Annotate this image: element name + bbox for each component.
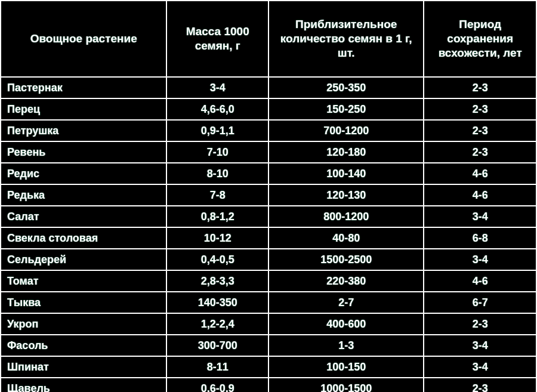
cell-plant: Редис (1, 163, 166, 184)
cell-plant: Томат (1, 270, 166, 292)
cell-plant: Салат (1, 206, 166, 227)
table-row: Ревень7-10120-1802-3 (1, 141, 536, 163)
cell-count: 2-7 (268, 292, 424, 313)
table-row: Тыква140-3502-76-7 (1, 292, 536, 313)
table-row: Пастернак3-4250-3502-3 (1, 77, 536, 98)
cell-years: 4-6 (424, 184, 536, 206)
cell-count: 400-600 (268, 313, 424, 335)
cell-years: 2-3 (424, 141, 536, 163)
cell-plant: Перец (1, 98, 166, 120)
cell-years: 3-4 (424, 335, 536, 356)
table-row: Шпинат8-11100-1503-4 (1, 356, 536, 378)
cell-years: 2-3 (424, 378, 536, 392)
table-header-row: Овощное растение Масса 1000 семян, г При… (1, 1, 536, 77)
table-row: Щавель0,6-0,91000-15002-3 (1, 378, 536, 392)
cell-plant: Укроп (1, 313, 166, 335)
cell-years: 2-3 (424, 313, 536, 335)
cell-plant: Ревень (1, 141, 166, 163)
cell-years: 3-4 (424, 206, 536, 227)
cell-mass: 0,8-1,2 (166, 206, 268, 227)
table-row: Фасоль300-7001-33-4 (1, 335, 536, 356)
cell-years: 3-4 (424, 249, 536, 270)
cell-years: 2-3 (424, 120, 536, 141)
cell-plant: Щавель (1, 378, 166, 392)
cell-mass: 7-10 (166, 141, 268, 163)
cell-count: 700-1200 (268, 120, 424, 141)
cell-count: 100-140 (268, 163, 424, 184)
cell-mass: 0,6-0,9 (166, 378, 268, 392)
cell-count: 250-350 (268, 77, 424, 98)
cell-mass: 140-350 (166, 292, 268, 313)
cell-plant: Шпинат (1, 356, 166, 378)
cell-count: 40-80 (268, 227, 424, 249)
cell-mass: 300-700 (166, 335, 268, 356)
table-row: Салат0,8-1,2800-12003-4 (1, 206, 536, 227)
cell-mass: 4,6-6,0 (166, 98, 268, 120)
cell-plant: Тыква (1, 292, 166, 313)
table-row: Редька7-8120-1304-6 (1, 184, 536, 206)
cell-plant: Свекла столовая (1, 227, 166, 249)
table-row: Томат2,8-3,3220-3804-6 (1, 270, 536, 292)
cell-count: 120-180 (268, 141, 424, 163)
cell-count: 800-1200 (268, 206, 424, 227)
cell-years: 2-3 (424, 98, 536, 120)
cell-plant: Пастернак (1, 77, 166, 98)
table-row: Перец4,6-6,0150-2502-3 (1, 98, 536, 120)
cell-mass: 1,2-2,4 (166, 313, 268, 335)
cell-years: 6-8 (424, 227, 536, 249)
table-row: Укроп1,2-2,4400-6002-3 (1, 313, 536, 335)
table-row: Сельдерей0,4-0,51500-25003-4 (1, 249, 536, 270)
cell-count: 1-3 (268, 335, 424, 356)
header-count: Приблизительное количество семян в 1 г, … (268, 1, 424, 77)
table-row: Редис8-10100-1404-6 (1, 163, 536, 184)
cell-count: 1500-2500 (268, 249, 424, 270)
cell-years: 4-6 (424, 163, 536, 184)
cell-years: 2-3 (424, 77, 536, 98)
header-years: Период сохранения всхожести, лет (424, 1, 536, 77)
cell-mass: 2,8-3,3 (166, 270, 268, 292)
cell-count: 150-250 (268, 98, 424, 120)
cell-years: 6-7 (424, 292, 536, 313)
cell-mass: 3-4 (166, 77, 268, 98)
cell-count: 1000-1500 (268, 378, 424, 392)
header-mass: Масса 1000 семян, г (166, 1, 268, 77)
table-row: Свекла столовая10-1240-806-8 (1, 227, 536, 249)
cell-plant: Петрушка (1, 120, 166, 141)
cell-mass: 0,4-0,5 (166, 249, 268, 270)
cell-mass: 0,9-1,1 (166, 120, 268, 141)
cell-mass: 8-11 (166, 356, 268, 378)
cell-mass: 8-10 (166, 163, 268, 184)
cell-count: 100-150 (268, 356, 424, 378)
cell-plant: Фасоль (1, 335, 166, 356)
cell-count: 120-130 (268, 184, 424, 206)
cell-years: 4-6 (424, 270, 536, 292)
table-row: Петрушка0,9-1,1700-12002-3 (1, 120, 536, 141)
seed-properties-table: Овощное растение Масса 1000 семян, г При… (0, 0, 537, 392)
cell-years: 3-4 (424, 356, 536, 378)
cell-mass: 7-8 (166, 184, 268, 206)
cell-plant: Сельдерей (1, 249, 166, 270)
cell-mass: 10-12 (166, 227, 268, 249)
cell-count: 220-380 (268, 270, 424, 292)
cell-plant: Редька (1, 184, 166, 206)
header-plant: Овощное растение (1, 1, 166, 77)
